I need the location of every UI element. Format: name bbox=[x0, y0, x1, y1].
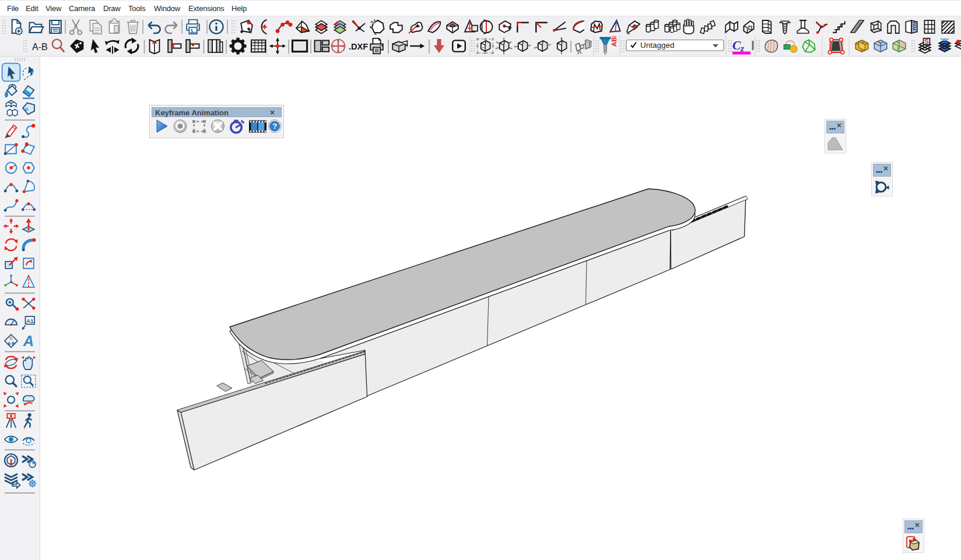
svg-text:ABF_: ABF_ bbox=[611, 36, 618, 47]
svg-text:S: S bbox=[924, 38, 928, 45]
svg-text:A·B: A·B bbox=[8, 341, 15, 346]
svg-text:A: A bbox=[23, 333, 34, 349]
svg-text:C: C bbox=[732, 38, 741, 52]
svg-text:Untagged: Untagged bbox=[640, 41, 675, 50]
svg-text:A1: A1 bbox=[26, 318, 34, 324]
svg-text:?: ? bbox=[272, 122, 277, 131]
svg-text:A-B: A-B bbox=[32, 42, 48, 52]
svg-text:.DXF: .DXF bbox=[349, 42, 368, 51]
svg-text:C: C bbox=[9, 336, 12, 341]
